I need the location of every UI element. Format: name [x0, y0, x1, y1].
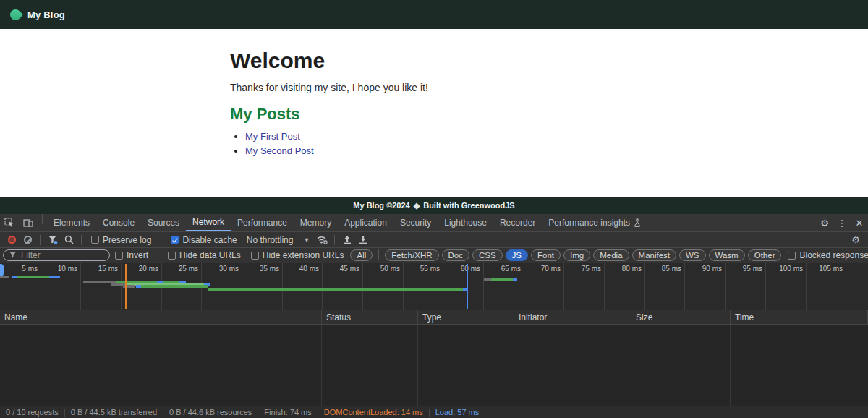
status-load: Load: 57 ms [430, 409, 485, 417]
tab-security[interactable]: Security [393, 214, 438, 231]
tab-label: Network [192, 217, 224, 227]
network-conditions-icon[interactable] [314, 233, 330, 247]
column-divider [730, 325, 731, 406]
column-header-status[interactable]: Status [322, 310, 418, 324]
ruler-tick-label: 10 ms [40, 265, 77, 273]
filter-funnel-icon[interactable] [45, 233, 61, 247]
hide-extension-urls-checkbox[interactable]: Hide extension URLs [251, 250, 344, 260]
page-content: Welcome Thanks for visiting my site, I h… [0, 29, 680, 156]
network-filterbar: Filter Invert Hide data URLs Hide extens… [0, 248, 868, 263]
devtools-panel: ElementsConsoleSourcesNetworkPerformance… [0, 214, 868, 418]
ruler-tick-label: 90 ms [684, 265, 722, 273]
throttling-value: No throttling [247, 235, 294, 245]
posts-list: My First PostMy Second Post [230, 131, 680, 156]
hide-extension-urls-label: Hide extension URLs [263, 250, 344, 260]
divider [42, 214, 43, 224]
export-har-icon[interactable] [355, 233, 371, 247]
divider [81, 235, 82, 245]
status-bar-item: 0 B / 44.5 kB transferred [65, 409, 163, 417]
network-settings-gear-icon[interactable]: ⚙ [847, 231, 864, 249]
hide-data-urls-checkbox[interactable]: Hide data URLs [168, 250, 241, 260]
tab-recorder[interactable]: Recorder [493, 214, 542, 231]
divider [334, 235, 335, 245]
search-icon[interactable] [61, 233, 77, 247]
device-toolbar-icon[interactable] [19, 214, 38, 231]
ruler-tick-label: 80 ms [604, 265, 642, 273]
welcome-heading: Welcome [230, 48, 680, 73]
load-marker-line [467, 264, 468, 309]
waterfall-bar-segment [484, 278, 491, 281]
tab-lighthouse[interactable]: Lighthouse [438, 214, 493, 231]
type-pill-ws[interactable]: WS [679, 249, 706, 261]
column-header-initiator[interactable]: Initiator [514, 310, 631, 324]
tab-label: Lighthouse [444, 218, 487, 228]
clear-network-log-button[interactable] [20, 233, 35, 247]
domcontentloaded-marker-line [125, 264, 127, 309]
post-link[interactable]: My First Post [245, 131, 300, 142]
type-pill-manifest[interactable]: Manifest [632, 249, 676, 261]
type-pill-other[interactable]: Other [748, 249, 782, 261]
column-header-type[interactable]: Type [418, 310, 514, 324]
ruler-tick-label: 20 ms [121, 265, 158, 273]
filter-input[interactable]: Filter [3, 249, 110, 261]
ruler-tick-label: 55 ms [402, 265, 440, 273]
column-header-size[interactable]: Size [631, 310, 731, 324]
network-overview-timeline[interactable]: 5 ms10 ms15 ms20 ms25 ms30 ms35 ms40 ms4… [0, 263, 868, 310]
ruler-tick-label: 60 ms [443, 265, 480, 273]
ruler-tick-label: 65 ms [483, 265, 521, 273]
type-pill-js[interactable]: JS [506, 249, 528, 261]
inspect-element-icon[interactable] [0, 214, 19, 231]
checkbox-unchecked [251, 252, 259, 260]
preserve-log-checkbox[interactable]: Preserve log [91, 235, 151, 245]
greenwood-diamond-icon: ◆ [414, 201, 420, 210]
invert-checkbox[interactable]: Invert [115, 250, 148, 260]
ruler-tick-label: 50 ms [362, 265, 400, 273]
tab-network[interactable]: Network [186, 214, 231, 231]
column-header-time[interactable]: Time [731, 310, 868, 324]
filter-placeholder: Filter [21, 250, 41, 260]
post-link[interactable]: My Second Post [245, 145, 314, 156]
divider [158, 250, 158, 260]
kebab-menu-icon[interactable]: ⋮ [833, 214, 851, 231]
status-domcontentloaded: DOMContentLoaded: 14 ms [318, 409, 430, 417]
ruler-tick-label: 85 ms [644, 265, 681, 273]
tab-memory[interactable]: Memory [294, 214, 338, 231]
checkbox-unchecked [115, 252, 123, 260]
type-pill-doc[interactable]: Doc [442, 249, 469, 261]
disable-cache-label: Disable cache [182, 235, 237, 245]
type-pill-fetch-xhr[interactable]: Fetch/XHR [385, 249, 438, 261]
column-divider [321, 325, 322, 406]
type-pill-img[interactable]: Img [563, 249, 590, 261]
column-header-name[interactable]: Name [0, 310, 322, 324]
tab-application[interactable]: Application [338, 214, 393, 231]
import-har-icon[interactable] [339, 233, 355, 247]
tab-label: Application [344, 218, 387, 228]
tab-elements[interactable]: Elements [47, 214, 96, 231]
tab-performance-insights[interactable]: Performance insights [542, 214, 647, 231]
throttling-dropdown[interactable]: No throttling ▼ [242, 235, 315, 245]
type-pill-wasm[interactable]: Wasm [709, 249, 745, 261]
post-list-item: My Second Post [245, 145, 680, 156]
ruler-tick-label: 75 ms [563, 265, 601, 273]
type-pill-css[interactable]: CSS [472, 249, 503, 261]
posts-heading: My Posts [230, 105, 680, 124]
tab-console[interactable]: Console [96, 214, 141, 231]
ruler-tick-label: 70 ms [523, 265, 561, 273]
record-network-log-button[interactable] [4, 233, 20, 247]
type-pill-media[interactable]: Media [593, 249, 629, 261]
requests-table-body[interactable] [0, 325, 868, 406]
network-status-bar: 0 / 10 requests0 B / 44.5 kB transferred… [0, 406, 868, 418]
disable-cache-checkbox[interactable]: Disable cache [171, 235, 237, 245]
settings-gear-icon[interactable]: ⚙ [816, 214, 833, 231]
type-pill-all[interactable]: All [350, 249, 373, 261]
ruler-tick-label: 40 ms [281, 265, 319, 273]
tab-label: Performance insights [548, 218, 630, 228]
waterfall-bar-segment [491, 278, 513, 281]
blocked-response-cookies-checkbox[interactable]: Blocked response cookies [788, 250, 868, 260]
screen: My Blog Welcome Thanks for visiting my s… [0, 0, 868, 418]
type-pill-font[interactable]: Font [531, 249, 561, 261]
close-devtools-icon[interactable]: ✕ [851, 214, 868, 231]
tab-performance[interactable]: Performance [231, 214, 294, 231]
tab-sources[interactable]: Sources [141, 214, 186, 231]
status-bar-item: Finish: 74 ms [258, 409, 318, 417]
